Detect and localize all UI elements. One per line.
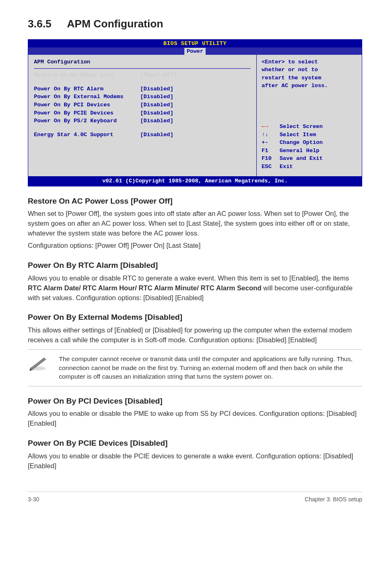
bios-option-value: [Power Off] <box>140 71 177 79</box>
nav-hint-exit: ESCExit <box>262 163 358 171</box>
body-text: Configuration options: [Power Off] [Powe… <box>28 241 362 251</box>
nav-hint-item: ↑↓Select Item <box>262 131 358 139</box>
bios-option-value: [Disabled] <box>140 101 173 109</box>
bios-title-bar: BIOS SETUP UTILITY <box>28 40 362 47</box>
nav-hint-text: Change Option <box>280 139 323 147</box>
body-text: Allows you to enable or disable the PME … <box>28 409 362 429</box>
bios-option-value: [Disabled] <box>140 117 173 125</box>
bios-option-label: Energy Star 4.0C Support <box>34 131 140 139</box>
arrow-up-down-icon: ↑↓ <box>262 131 280 139</box>
bios-option-value: [Disabled] <box>140 85 173 93</box>
nav-hint-key: F1 <box>262 147 280 155</box>
nav-hint-text: Select Item <box>280 131 316 139</box>
section-heading: 3.6.5APM Configuration <box>28 16 362 32</box>
bios-option-label: Power On By PS/2 Keyboard <box>34 117 140 125</box>
body-text: Allows you to enable or disable the PCIE… <box>28 451 362 471</box>
bios-help-line: restart the system <box>262 74 358 82</box>
bios-tab-power[interactable]: Power <box>184 48 206 55</box>
bios-option-rtc[interactable]: Power On By RTC Alarm [Disabled] <box>34 85 251 93</box>
subsection-heading: Restore On AC Power Loss [Power Off] <box>28 195 362 207</box>
subsection-heading: Power On By PCIE Devices [Disabled] <box>28 438 362 449</box>
footer-page-number: 3-30 <box>28 495 39 503</box>
subsection-heading: Power On By External Modems [Disabled] <box>28 312 362 323</box>
nav-hint-help: F1General Help <box>262 147 358 155</box>
footer-chapter: Chapter 3: BIOS setup <box>305 495 362 503</box>
nav-hint-text: Exit <box>280 163 293 171</box>
nav-hint-key: F10 <box>262 155 280 163</box>
body-text: This allows either settings of [Enabled]… <box>28 325 362 345</box>
bios-option-label: Power On By PCIE Devices <box>34 109 140 117</box>
bios-help-line: whether or not to <box>262 66 358 74</box>
bios-option-label: Power On By RTC Alarm <box>34 85 140 93</box>
bios-help-line: after AC power loss. <box>262 82 358 90</box>
nav-hint-key: +- <box>262 139 280 147</box>
bios-option-label: Power On By External Modems <box>34 93 140 101</box>
nav-hint-text: Select Screen <box>280 123 323 131</box>
bios-option-pci[interactable]: Power On By PCI Devices [Disabled] <box>34 101 251 109</box>
arrow-left-right-icon: ←→ <box>262 123 280 131</box>
bios-option-ext-modems[interactable]: Power On By External Modems [Disabled] <box>34 93 251 101</box>
body-text: Allows you to enable or disable RTC to g… <box>28 274 362 303</box>
bios-option-ps2[interactable]: Power On By PS/2 Keyboard [Disabled] <box>34 117 251 125</box>
bios-option-restore-ac[interactable]: Restore on AC Power Loss [Power Off] <box>34 71 251 79</box>
bios-window: BIOS SETUP UTILITY Power APM Configurati… <box>28 39 362 186</box>
pencil-note-icon <box>28 355 47 371</box>
body-text: When set to [Power Off], the system goes… <box>28 209 362 238</box>
bios-help-pane: <Enter> to select whether or not to rest… <box>257 55 362 177</box>
nav-hint-screen: ←→Select Screen <box>262 123 358 131</box>
bios-title: BIOS SETUP UTILITY <box>164 40 227 47</box>
bios-option-value: [Disabled] <box>140 131 173 139</box>
bios-copyright-bar: v02.61 (C)Copyright 1985-2008, American … <box>28 176 362 186</box>
bios-help-line: <Enter> to select <box>262 58 358 66</box>
nav-hint-text: Save and Exit <box>280 155 323 163</box>
nav-hint-key: ESC <box>262 163 280 171</box>
section-title-text: APM Configuration <box>67 18 163 30</box>
bios-panel-heading: APM Configuration <box>34 58 251 66</box>
bios-nav-hints: ←→Select Screen ↑↓Select Item +- Change … <box>262 123 358 171</box>
subsection-heading: Power On By RTC Alarm [Disabled] <box>28 260 362 271</box>
note-box: The computer cannot receive or transmit … <box>28 349 362 386</box>
bios-left-pane: APM Configuration Restore on AC Power Lo… <box>28 55 257 177</box>
bios-option-label: Restore on AC Power Loss <box>34 71 140 79</box>
note-text: The computer cannot receive or transmit … <box>59 355 362 381</box>
nav-hint-change: +- Change Option <box>262 139 358 147</box>
nav-hint-text: General Help <box>280 147 319 155</box>
bios-option-value: [Disabled] <box>140 109 173 117</box>
bios-option-energy-star[interactable]: Energy Star 4.0C Support [Disabled] <box>34 131 251 139</box>
bios-tab-row: Power <box>28 47 362 55</box>
bios-option-label: Power On By PCI Devices <box>34 101 140 109</box>
section-number: 3.6.5 <box>28 16 52 32</box>
bios-option-pcie[interactable]: Power On By PCIE Devices [Disabled] <box>34 109 251 117</box>
page-footer: 3-30 Chapter 3: BIOS setup <box>28 491 362 503</box>
nav-hint-save: F10Save and Exit <box>262 155 358 163</box>
bios-option-value: [Disabled] <box>140 93 173 101</box>
subsection-heading: Power On By PCI Devices [Disabled] <box>28 395 362 407</box>
